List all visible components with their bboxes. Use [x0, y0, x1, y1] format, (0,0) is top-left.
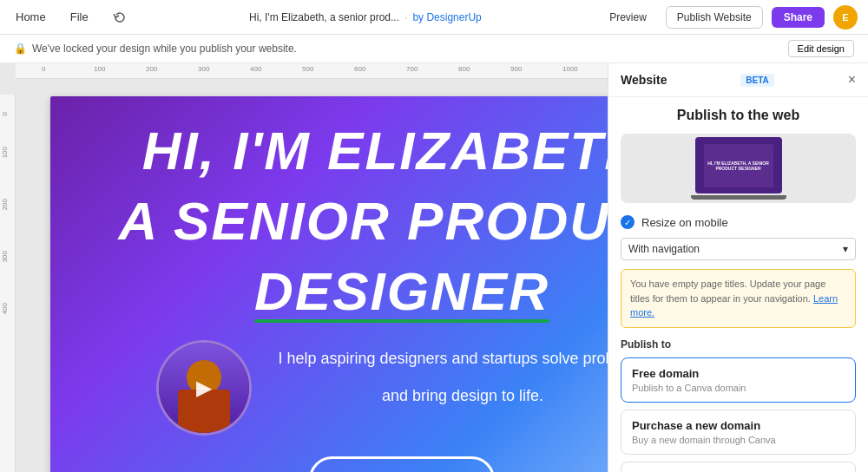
content-row: ▶ I help aspiring designers and startups… — [85, 340, 608, 436]
warning-text: You have empty page titles. Update your … — [630, 279, 825, 304]
ruler-tick-500: 500 — [302, 65, 313, 73]
chevron-down-icon: ▾ — [843, 243, 848, 255]
purchase-domain-title: Purchase a new domain — [632, 419, 845, 432]
doc-owner: by DesignerUp — [412, 11, 481, 23]
resize-label: Resize on mobile — [641, 216, 728, 229]
cta-button[interactable]: LET'S CHAT — [309, 456, 495, 472]
design-canvas[interactable]: HI, I'M ELIZABETH, A SENIOR PRODUCT DESI… — [50, 96, 608, 472]
toolbar: Home File Hi, I'm Elizabeth, a senior pr… — [0, 0, 868, 35]
right-panel: Website BETA × Publish to the web HI, I'… — [608, 63, 868, 472]
publish-to-label: Publish to — [621, 338, 856, 351]
laptop-screen-text: HI, I'M ELIZABETH, A SENIOR PRODUCT DESI… — [704, 161, 773, 171]
subtext-line2: and bring design to life. — [278, 384, 608, 408]
doc-by: · — [404, 11, 407, 23]
notification-bar: 🔒 We've locked your design while you pub… — [0, 35, 868, 63]
toolbar-right: Preview Publish Website Share E — [599, 5, 858, 30]
headline-line1: HI, I'M ELIZABETH, — [118, 122, 608, 179]
laptop-screen-container: HI, I'M ELIZABETH, A SENIOR PRODUCT DESI… — [695, 137, 782, 193]
play-icon[interactable]: ▶ — [196, 376, 212, 400]
preview-button[interactable]: Preview — [599, 7, 657, 28]
main-layout: 0 100 200 300 400 500 600 700 800 900 10… — [0, 63, 868, 472]
headline-line3: DESIGNER — [254, 263, 549, 319]
headline-block: HI, I'M ELIZABETH, A SENIOR PRODUCT DESI… — [118, 122, 608, 333]
ruler-left: 0 100 200 300 400 — [0, 95, 16, 472]
warning-box: You have empty page titles. Update your … — [621, 269, 856, 328]
share-button[interactable]: Share — [772, 7, 825, 28]
ruler-tick-0: 0 — [42, 65, 45, 73]
publish-title: Publish to the web — [621, 108, 856, 123]
laptop-base — [691, 195, 786, 200]
nav-select-value: With navigation — [628, 243, 700, 255]
canvas-scroll: HI, I'M ELIZABETH, A SENIOR PRODUCT DESI… — [16, 79, 608, 472]
purchase-domain-sub: Buy a new domain through Canva — [632, 435, 845, 445]
free-domain-title: Free domain — [632, 367, 845, 380]
toolbar-left: Home File — [10, 5, 132, 30]
purchase-domain-option[interactable]: Purchase a new domain Buy a new domain t… — [621, 410, 856, 455]
panel-title: Website — [621, 73, 667, 87]
publish-website-button[interactable]: Publish Website — [666, 6, 763, 29]
free-domain-sub: Publish to a Canva domain — [632, 383, 845, 393]
ruler-tick-300: 300 — [198, 65, 209, 73]
avatar[interactable]: E — [833, 5, 858, 30]
ruler-top: 0 100 200 300 400 500 600 700 800 900 10… — [16, 63, 608, 79]
existing-domain-option[interactable]: Use my existing domain Publish to an exi… — [621, 462, 856, 473]
doc-title: Hi, I'm Elizabeth, a senior prod... — [249, 11, 399, 23]
edit-design-button[interactable]: Edit design — [788, 40, 854, 57]
profile-video[interactable]: ▶ — [156, 340, 252, 436]
ruler-tick-800: 800 — [458, 65, 470, 73]
check-icon: ✓ — [624, 218, 631, 227]
ruler-v-tick5: 400 — [1, 303, 9, 314]
panel-header: Website BETA × — [608, 63, 868, 97]
resize-row: ✓ Resize on mobile — [621, 215, 856, 229]
ruler-v-tick4: 300 — [1, 251, 9, 262]
subtext-line1: I help aspiring designers and startups s… — [278, 347, 608, 370]
canvas-area: 0 100 200 300 400 500 600 700 800 900 10… — [0, 63, 608, 472]
ruler-v-tick: 0 — [1, 112, 9, 115]
headline-line2: A SENIOR PRODUCT — [118, 193, 608, 249]
panel-body: Publish to the web HI, I'M ELIZABETH, A … — [608, 97, 868, 472]
ruler-v-tick2: 100 — [1, 147, 9, 158]
ruler-tick-600: 600 — [354, 65, 365, 73]
laptop-preview: HI, I'M ELIZABETH, A SENIOR PRODUCT DESI… — [691, 137, 786, 200]
ruler-v-tick3: 200 — [1, 199, 9, 210]
resize-checkbox[interactable]: ✓ — [621, 215, 635, 229]
close-panel-button[interactable]: × — [848, 72, 856, 88]
beta-badge: BETA — [740, 74, 773, 87]
ruler-tick-700: 700 — [406, 65, 418, 73]
file-nav[interactable]: File — [65, 7, 94, 27]
lock-icon: 🔒 — [14, 43, 27, 55]
subtext-block: I help aspiring designers and startups s… — [278, 347, 608, 429]
free-domain-option[interactable]: Free domain Publish to a Canva domain — [621, 357, 856, 403]
home-nav[interactable]: Home — [10, 7, 51, 27]
undo-icon[interactable] — [108, 5, 132, 30]
ruler-tick-200: 200 — [146, 65, 157, 73]
laptop-screen: HI, I'M ELIZABETH, A SENIOR PRODUCT DESI… — [704, 144, 773, 187]
ruler-tick-1000: 1000 — [562, 65, 578, 73]
notification-text: We've locked your design while you publi… — [32, 43, 297, 55]
nav-select[interactable]: With navigation ▾ — [621, 238, 856, 260]
ruler-tick-400: 400 — [250, 65, 261, 73]
doc-info: Hi, I'm Elizabeth, a senior prod... · by… — [146, 11, 585, 23]
ruler-tick-100: 100 — [94, 65, 105, 73]
preview-card: HI, I'M ELIZABETH, A SENIOR PRODUCT DESI… — [621, 134, 856, 203]
ruler-tick-900: 900 — [510, 65, 522, 73]
